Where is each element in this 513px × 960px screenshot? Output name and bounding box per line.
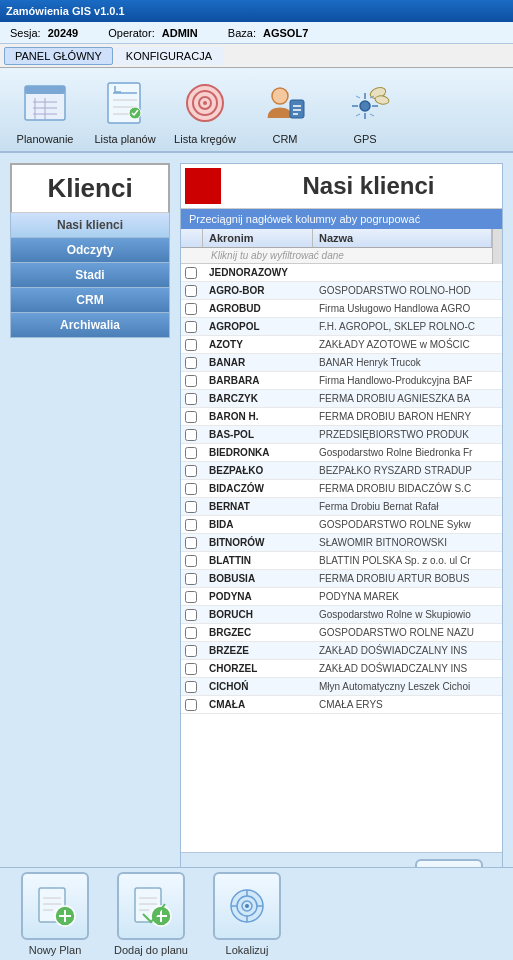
cell-akronim: BEZPAŁKO [203, 464, 313, 477]
filter-row[interactable]: Kliknij tu aby wyfiltrować dane [181, 248, 492, 264]
cell-nazwa: GOSPODARSTWO ROLNO-HOD [313, 284, 502, 297]
row-checkbox[interactable] [181, 392, 203, 406]
table-row[interactable]: BORUCHGospodarstwo Rolne w Skupiowio [181, 606, 502, 624]
table-row[interactable]: BANARBANAR Henryk Trucok [181, 354, 502, 372]
table-row[interactable]: BRZEZEZAKŁAD DOŚWIADCZALNY INS [181, 642, 502, 660]
cell-nazwa: GOSPODARSTWO ROLNE NAZU [313, 626, 502, 639]
row-checkbox[interactable] [181, 464, 203, 478]
cell-akronim: BLATTIN [203, 554, 313, 567]
table-row[interactable]: BERNATFerma Drobiu Bernat Rafał [181, 498, 502, 516]
nav-odczyty[interactable]: Odczyty [10, 238, 170, 263]
row-checkbox[interactable] [181, 698, 203, 712]
row-checkbox[interactable] [181, 500, 203, 514]
nav-crm[interactable]: CRM [10, 288, 170, 313]
table-container: Przeciągnij nagłówek kolumny aby pogrupo… [181, 209, 502, 852]
row-checkbox[interactable] [181, 536, 203, 550]
cell-nazwa: PRZEDSIĘBIORSTWO PRODUK [313, 428, 502, 441]
cell-nazwa: Gospodarstwo Rolne Biedronka Fr [313, 446, 502, 459]
dodaj-do-planu-button[interactable]: Dodaj do planu [106, 872, 196, 956]
lista-kregow-icon [179, 77, 231, 129]
row-checkbox[interactable] [181, 302, 203, 316]
cell-nazwa: SŁAWOMIR BITNOROWSKI [313, 536, 502, 549]
lokalizuj-button[interactable]: Lokalizuj [202, 872, 292, 956]
row-checkbox[interactable] [181, 572, 203, 586]
table-row[interactable]: CMAŁACMAŁA ERYS [181, 696, 502, 714]
row-checkbox[interactable] [181, 590, 203, 604]
table-row[interactable]: BIEDRONKAGospodarstwo Rolne Biedronka Fr [181, 444, 502, 462]
lista-planow-label: Lista planów [94, 133, 155, 145]
row-checkbox[interactable] [181, 284, 203, 298]
cell-akronim: BIEDRONKA [203, 446, 313, 459]
row-checkbox[interactable] [181, 446, 203, 460]
toolbar-lista-planow[interactable]: Lista planów [90, 77, 160, 145]
row-checkbox[interactable] [181, 608, 203, 622]
table-row[interactable]: BIDAGOSPODARSTWO ROLNE Sykw [181, 516, 502, 534]
menu-panel-glowny[interactable]: PANEL GŁÓWNY [4, 47, 113, 65]
table-row[interactable]: CHORZELZAKŁAD DOŚWIADCZALNY INS [181, 660, 502, 678]
table-row[interactable]: BARON H.FERMA DROBIU BARON HENRY [181, 408, 502, 426]
row-checkbox[interactable] [181, 266, 203, 280]
nav-stadi[interactable]: Stadi [10, 263, 170, 288]
cell-nazwa: PODYNA MAREK [313, 590, 502, 603]
svg-point-23 [374, 95, 389, 105]
row-checkbox[interactable] [181, 554, 203, 568]
cell-nazwa: FERMA DROBIU ARTUR BOBUS [313, 572, 502, 585]
table-row[interactable]: AZOTYZAKŁADY AZOTOWE w MOŚCIC [181, 336, 502, 354]
cell-akronim: AGROPOL [203, 320, 313, 333]
bottom-buttons-bar: Nowy Plan Dodaj do planu [0, 867, 513, 960]
row-checkbox[interactable] [181, 356, 203, 370]
row-checkbox[interactable] [181, 320, 203, 334]
row-checkbox[interactable] [181, 644, 203, 658]
nav-nasi-klienci[interactable]: Nasi klienci [10, 213, 170, 238]
left-panel: Klienci Nasi klienci Odczyty Stadi CRM A… [10, 163, 170, 950]
row-checkbox[interactable] [181, 482, 203, 496]
table-row[interactable]: AGRO-BORGOSPODARSTWO ROLNO-HOD [181, 282, 502, 300]
row-checkbox[interactable] [181, 662, 203, 676]
table-row[interactable]: JEDNORAZOWY [181, 264, 502, 282]
table-row[interactable]: AGROBUDFirma Usługowo Handlowa AGRO [181, 300, 502, 318]
col-nazwa[interactable]: Nazwa [313, 229, 492, 247]
table-row[interactable]: PODYNAPODYNA MAREK [181, 588, 502, 606]
cell-nazwa: FERMA DROBIU BIDACZÓW S.C [313, 482, 502, 495]
table-row[interactable]: BAS-POLPRZEDSIĘBIORSTWO PRODUK [181, 426, 502, 444]
table-body[interactable]: JEDNORAZOWYAGRO-BORGOSPODARSTWO ROLNO-HO… [181, 264, 502, 852]
table-row[interactable]: BARCZYKFERMA DROBIU AGNIESZKA BA [181, 390, 502, 408]
cell-akronim: CMAŁA [203, 698, 313, 711]
drag-hint: Przeciągnij nagłówek kolumny aby pogrupo… [181, 209, 502, 229]
row-checkbox[interactable] [181, 428, 203, 442]
toolbar-lista-kregow[interactable]: Lista kręgów [170, 77, 240, 145]
table-row[interactable]: BARBARAFirma Handlowo-Produkcyjna BAF [181, 372, 502, 390]
row-checkbox[interactable] [181, 680, 203, 694]
row-checkbox[interactable] [181, 410, 203, 424]
cell-akronim: BARBARA [203, 374, 313, 387]
col-akronim[interactable]: Akronim [203, 229, 313, 247]
svg-point-16 [203, 101, 207, 105]
toolbar-crm[interactable]: CRM [250, 77, 320, 145]
table-row[interactable]: BOBUSIAFERMA DROBIU ARTUR BOBUS [181, 570, 502, 588]
toolbar-gps[interactable]: GPS [330, 77, 400, 145]
table-row[interactable]: CICHOŃMłyn Automatyczny Leszek Cichoi [181, 678, 502, 696]
menu-konfiguracja[interactable]: KONFIGURACJA [115, 47, 223, 65]
row-checkbox[interactable] [181, 518, 203, 532]
row-checkbox[interactable] [181, 374, 203, 388]
table-row[interactable]: BLATTINBLATTIN POLSKA Sp. z o.o. ul Cr [181, 552, 502, 570]
row-checkbox[interactable] [181, 626, 203, 640]
cell-akronim: BARON H. [203, 410, 313, 423]
cell-akronim: BANAR [203, 356, 313, 369]
cell-akronim: BARCZYK [203, 392, 313, 405]
scrollbar[interactable] [492, 229, 502, 264]
table-row[interactable]: BIDACZÓWFERMA DROBIU BIDACZÓW S.C [181, 480, 502, 498]
cell-akronim: AGROBUD [203, 302, 313, 315]
cell-akronim: JEDNORAZOWY [203, 266, 313, 279]
nav-archiwalia[interactable]: Archiwalia [10, 313, 170, 338]
row-checkbox[interactable] [181, 338, 203, 352]
table-row[interactable]: BEZPAŁKOBEZPAŁKO RYSZARD STRADUP [181, 462, 502, 480]
table-row[interactable]: BITNORÓWSŁAWOMIR BITNOROWSKI [181, 534, 502, 552]
toolbar-planowanie[interactable]: Planowanie [10, 77, 80, 145]
cell-nazwa: Gospodarstwo Rolne w Skupiowio [313, 608, 502, 621]
table-row[interactable]: AGROPOLF.H. AGROPOL, SKLEP ROLNO-C [181, 318, 502, 336]
cell-akronim: CHORZEL [203, 662, 313, 675]
cell-nazwa: FERMA DROBIU AGNIESZKA BA [313, 392, 502, 405]
table-row[interactable]: BRGZECGOSPODARSTWO ROLNE NAZU [181, 624, 502, 642]
nowy-plan-button[interactable]: Nowy Plan [10, 872, 100, 956]
